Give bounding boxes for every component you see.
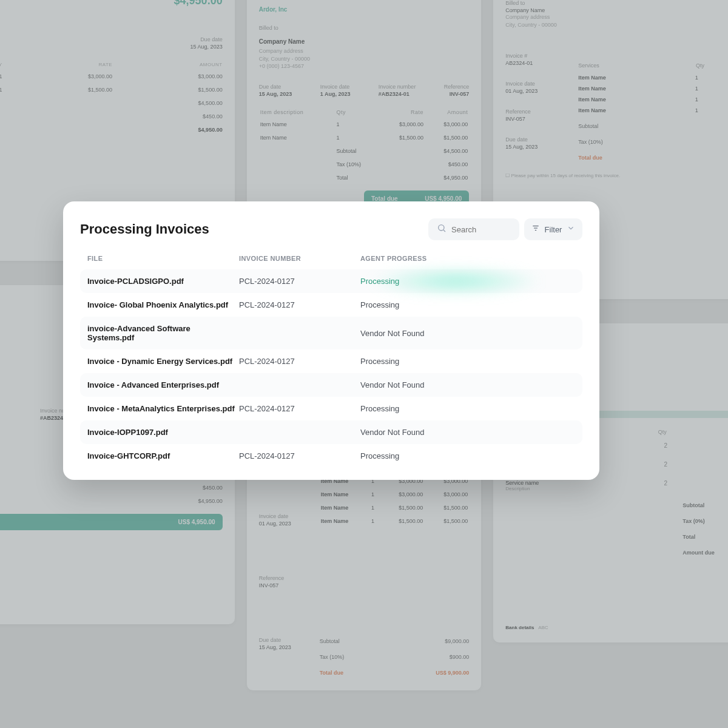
file-name: Invoice- Global Phoenix Analytics.pdf (87, 300, 239, 309)
search-box[interactable] (428, 218, 519, 240)
search-icon (437, 223, 447, 235)
file-name: Invoice-GHTCORP.pdf (87, 451, 239, 460)
invoice-number: PCL-2024-0127 (239, 451, 360, 460)
file-name: Invoice - Advanced Enterprises.pdf (87, 380, 239, 389)
filter-button[interactable]: Filter (524, 218, 582, 240)
filter-icon (531, 224, 540, 235)
svg-point-0 (439, 225, 444, 231)
invoice-number: PCL-2024-0127 (239, 277, 360, 286)
table-body: Invoice-PCLADSIGPO.pdfPCL-2024-0127Proce… (80, 269, 582, 468)
file-name: invoice-Advanced Software Systems.pdf (87, 324, 239, 342)
invoice-number: PCL-2024-0127 (239, 404, 360, 413)
table-row[interactable]: Invoice-IOPP1097.pdfVendor Not Found (80, 420, 582, 444)
agent-progress-status: Vendor Not Found (360, 380, 575, 389)
table-row[interactable]: Invoice - Dynamic Energy Services.pdfPCL… (80, 349, 582, 373)
table-row[interactable]: Invoice- Global Phoenix Analytics.pdfPCL… (80, 293, 582, 317)
processing-invoices-modal: Processing Invoices Filter FILE INVOICE … (63, 201, 599, 480)
search-input[interactable] (451, 225, 511, 234)
table-row[interactable]: Invoice-PCLADSIGPO.pdfPCL-2024-0127Proce… (80, 269, 582, 293)
chevron-down-icon (567, 224, 575, 235)
agent-progress-status: Vendor Not Found (360, 428, 575, 437)
col-invoice-number: INVOICE NUMBER (239, 255, 360, 262)
agent-progress-status: Vendor Not Found (360, 329, 575, 338)
table-row[interactable]: Invoice - Advanced Enterprises.pdfVendor… (80, 373, 582, 397)
agent-progress-status: Processing (360, 404, 575, 413)
agent-progress-status: Processing (360, 300, 575, 309)
invoice-number: PCL-2024-0127 (239, 300, 360, 309)
filter-label: Filter (545, 225, 562, 234)
agent-progress-status: Processing (360, 277, 575, 286)
file-name: Invoice - MetaAnalytics Enterprises.pdf (87, 404, 239, 413)
agent-progress-status: Processing (360, 357, 575, 366)
modal-title: Processing Invoices (80, 221, 209, 237)
table-row[interactable]: invoice-Advanced Software Systems.pdfVen… (80, 317, 582, 349)
table-row[interactable]: Invoice-GHTCORP.pdfPCL-2024-0127Processi… (80, 444, 582, 468)
col-file: FILE (87, 255, 239, 262)
table-header: FILE INVOICE NUMBER AGENT PROGRESS (80, 255, 582, 269)
file-name: Invoice-PCLADSIGPO.pdf (87, 277, 239, 286)
file-name: Invoice - Dynamic Energy Services.pdf (87, 357, 239, 366)
file-name: Invoice-IOPP1097.pdf (87, 428, 239, 437)
col-agent-progress: AGENT PROGRESS (360, 255, 575, 262)
agent-progress-status: Processing (360, 451, 575, 460)
table-row[interactable]: Invoice - MetaAnalytics Enterprises.pdfP… (80, 397, 582, 420)
invoice-number: PCL-2024-0127 (239, 357, 360, 366)
svg-line-1 (443, 230, 445, 232)
